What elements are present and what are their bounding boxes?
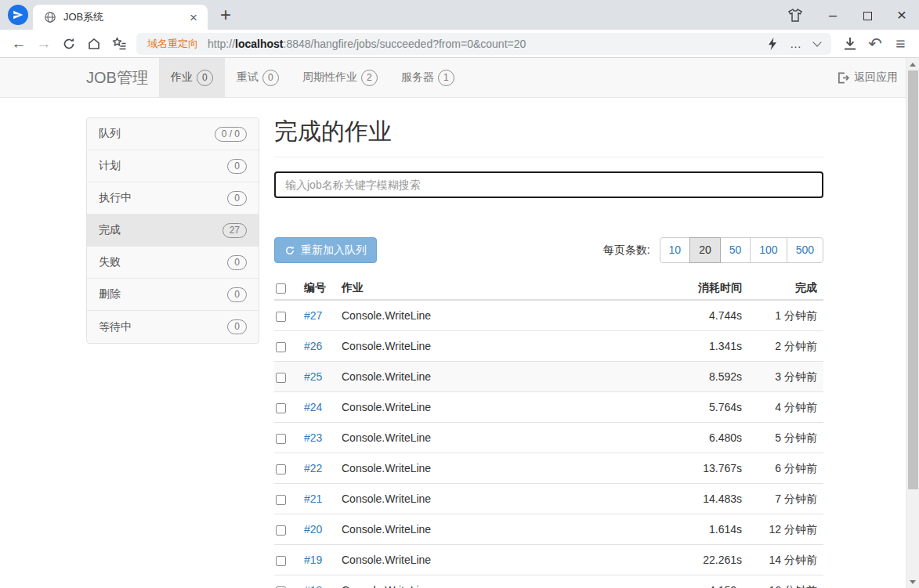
job-id-link[interactable]: #26	[304, 340, 322, 352]
download-icon[interactable]	[838, 36, 863, 51]
sidebar-item-processing[interactable]: 执行中 0	[87, 182, 259, 215]
job-id-link[interactable]: #22	[304, 462, 322, 474]
job-name: Console.WriteLine	[335, 362, 662, 392]
job-id-link[interactable]: #23	[304, 431, 322, 444]
job-id-link[interactable]: #18	[304, 584, 322, 588]
redirect-badge[interactable]: 域名重定向	[147, 37, 198, 51]
back-icon[interactable]: ←	[6, 36, 31, 51]
url-host: localhost	[235, 38, 283, 50]
content-container: 队列 0 / 0 计划 0 执行中 0 完成 27 失败 0 删除 0	[86, 98, 823, 588]
scrollbar-thumb[interactable]	[908, 70, 918, 489]
requeue-button[interactable]: 重新加入队列	[274, 237, 377, 263]
more-icon[interactable]: …	[790, 38, 801, 49]
job-duration: 4.152s	[662, 575, 748, 588]
nav-servers[interactable]: 服务器 1	[389, 58, 466, 97]
sidebar-item-scheduled[interactable]: 计划 0	[87, 150, 259, 182]
table-row: #20 Console.WriteLine 1.614s 12 分钟前	[274, 514, 823, 545]
table-row: #26 Console.WriteLine 1.341s 2 分钟前	[274, 331, 823, 362]
nav-retries[interactable]: 重试 0	[225, 58, 291, 97]
nav-recurring[interactable]: 周期性作业 2	[291, 58, 389, 97]
job-id-link[interactable]: #25	[304, 370, 322, 383]
sidebar: 队列 0 / 0 计划 0 执行中 0 完成 27 失败 0 删除 0	[86, 117, 259, 344]
per-page-100[interactable]: 100	[750, 237, 787, 263]
sidebar-item-badge: 0	[227, 159, 247, 174]
job-duration: 4.744s	[662, 300, 748, 331]
sidebar-item-badge: 0	[227, 319, 247, 334]
scroll-up-arrow[interactable]	[906, 58, 919, 70]
job-id-link[interactable]: #27	[304, 309, 322, 322]
sidebar-item-badge: 27	[223, 223, 247, 238]
nav-jobs[interactable]: 作业 0	[159, 58, 225, 97]
job-duration: 1.614s	[662, 514, 748, 545]
minimize-button[interactable]: –	[816, 0, 850, 30]
table-row: #18 Console.WriteLine 4.152s 16 分钟前	[274, 575, 823, 588]
brand[interactable]: JOB管理	[86, 58, 159, 97]
sidebar-item-badge: 0	[227, 255, 247, 270]
sidebar-item-deleted[interactable]: 删除 0	[87, 279, 259, 311]
select-all-checkbox[interactable]	[276, 283, 286, 294]
jobs-table: 编号 作业 消耗时间 完成 #27 Console.WriteLine 4.74…	[274, 276, 823, 588]
per-page-500[interactable]: 500	[787, 237, 823, 263]
row-checkbox[interactable]	[276, 403, 286, 413]
row-checkbox[interactable]	[276, 342, 286, 352]
url-text[interactable]: http://localhost:8848/hangfire/jobs/succ…	[208, 38, 755, 50]
browser-tab[interactable]: JOB系统 ×	[33, 5, 208, 30]
requeue-icon	[284, 245, 295, 256]
per-page-20[interactable]: 20	[689, 237, 721, 263]
nav-jobs-label: 作业	[171, 70, 193, 85]
search-input[interactable]	[274, 171, 823, 198]
table-row: #19 Console.WriteLine 22.261s 14 分钟前	[274, 545, 823, 575]
table-row: #23 Console.WriteLine 6.480s 5 分钟前	[274, 423, 823, 453]
job-name: Console.WriteLine	[335, 300, 662, 331]
job-id-link[interactable]: #19	[304, 554, 322, 566]
maximize-button[interactable]	[850, 0, 885, 30]
page-title: 完成的作业	[274, 118, 823, 144]
sidebar-item-failed[interactable]: 失败 0	[87, 247, 259, 279]
sidebar-item-awaiting[interactable]: 等待中 0	[87, 311, 259, 343]
favorites-icon[interactable]	[107, 37, 132, 50]
job-finished: 14 分钟前	[748, 545, 823, 575]
row-checkbox[interactable]	[276, 312, 286, 322]
logout-icon	[838, 72, 849, 84]
menu-icon[interactable]: ≡	[888, 35, 913, 52]
row-checkbox[interactable]	[276, 434, 286, 444]
job-name: Console.WriteLine	[335, 453, 662, 484]
per-page-label: 每页条数:	[603, 243, 650, 258]
row-checkbox[interactable]	[276, 495, 286, 505]
browser-logo-icon[interactable]	[8, 5, 28, 25]
sidebar-item-queues[interactable]: 队列 0 / 0	[87, 118, 259, 150]
job-id-link[interactable]: #21	[304, 492, 322, 505]
nav-retries-count: 0	[262, 70, 279, 86]
per-page-control: 每页条数: 10 20 50 100 500	[603, 237, 823, 263]
back-to-app-link[interactable]: 返回应用	[830, 58, 906, 97]
requeue-button-label: 重新加入队列	[301, 243, 367, 258]
scroll-down-arrow[interactable]	[906, 575, 919, 588]
address-bar[interactable]: 域名重定向 http://localhost:8848/hangfire/job…	[136, 33, 831, 55]
new-tab-button[interactable]: +	[220, 5, 231, 24]
row-checkbox[interactable]	[276, 525, 286, 536]
bolt-icon[interactable]	[768, 38, 777, 50]
job-id-link[interactable]: #24	[304, 401, 322, 413]
row-checkbox[interactable]	[276, 464, 286, 474]
job-duration: 13.767s	[662, 453, 748, 484]
job-id-link[interactable]: #20	[304, 523, 322, 536]
per-page-50[interactable]: 50	[720, 237, 751, 263]
undo-icon[interactable]: ↶	[863, 35, 888, 52]
page-viewport: JOB管理 作业 0 重试 0 周期性作业 2 服务器 1 返回应用 队列	[0, 58, 919, 588]
sidebar-item-succeeded[interactable]: 完成 27	[87, 215, 259, 247]
home-icon[interactable]	[81, 37, 107, 51]
tab-close-icon[interactable]: ×	[186, 11, 201, 24]
nav-servers-label: 服务器	[401, 70, 434, 85]
theme-icon[interactable]	[787, 8, 803, 23]
refresh-icon[interactable]	[56, 37, 81, 51]
scrollbar[interactable]	[906, 58, 919, 588]
nav-servers-count: 1	[438, 70, 454, 86]
close-button[interactable]: ×	[885, 0, 919, 30]
chevron-down-icon[interactable]	[814, 42, 820, 45]
per-page-10[interactable]: 10	[660, 237, 691, 263]
row-checkbox[interactable]	[276, 373, 286, 383]
table-row: #25 Console.WriteLine 8.592s 3 分钟前	[274, 362, 823, 392]
forward-icon[interactable]: →	[31, 36, 56, 51]
row-checkbox[interactable]	[276, 556, 286, 566]
sidebar-item-label: 执行中	[99, 191, 132, 205]
